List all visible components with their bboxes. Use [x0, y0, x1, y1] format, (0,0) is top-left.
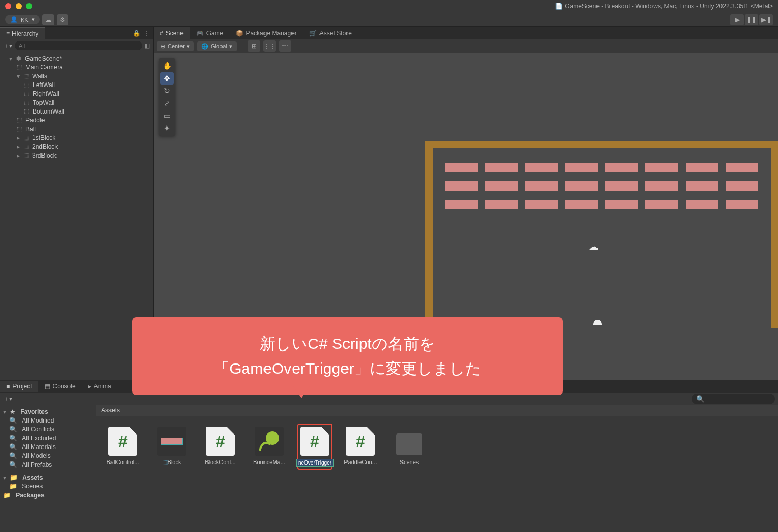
- hand-tool[interactable]: ✋: [160, 60, 174, 72]
- asset-item[interactable]: #BlockCont...: [203, 427, 238, 467]
- asset-item[interactable]: #PaddleCon...: [343, 427, 378, 467]
- hierarchy-tab-row: ≡ Hierarchy 🔒 ⋮: [0, 27, 153, 39]
- step-button[interactable]: ▶❚: [759, 14, 773, 25]
- cube-icon: ⬚: [17, 64, 24, 71]
- settings-button[interactable]: ⚙: [57, 14, 68, 25]
- transform-tool[interactable]: ✦: [160, 122, 174, 134]
- snap-increment-button[interactable]: ⋮⋮: [263, 40, 276, 52]
- favorite-item[interactable]: 🔍 All Excluded: [0, 433, 96, 442]
- cart-icon: 🛒: [309, 30, 317, 37]
- project-tab[interactable]: ■Project: [0, 381, 38, 392]
- snap-rotation-button[interactable]: 〰: [279, 40, 291, 52]
- snap-grid-button[interactable]: ⊞: [248, 40, 260, 52]
- gameobject-node[interactable]: ⬚TopWall: [0, 98, 153, 107]
- maximize-window-button[interactable]: [26, 3, 32, 9]
- asset-item-selected[interactable]: #neOverTrigger: [297, 424, 332, 470]
- favorite-item[interactable]: 🔍 All Prefabs: [0, 460, 96, 469]
- game-tab[interactable]: 🎮Game: [190, 27, 230, 39]
- close-window-button[interactable]: [5, 3, 11, 9]
- gameobject-node[interactable]: ⬚RightWall: [0, 89, 153, 98]
- scene-tab-row: #Scene 🎮Game 📦Package Manager 🛒Asset Sto…: [154, 27, 778, 39]
- game-preview: ☁: [425, 141, 778, 328]
- cube-icon: ⬚: [23, 143, 31, 150]
- pause-button[interactable]: ❚❚: [745, 14, 758, 25]
- csharp-script-icon: #: [108, 427, 137, 456]
- gameobject-node[interactable]: ⬚BottomWall: [0, 107, 153, 116]
- scene-node[interactable]: ▾⬢GameScene*: [0, 54, 153, 63]
- gameobject-node[interactable]: ▸⬚2ndBlock: [0, 142, 153, 151]
- unity-icon: ⬢: [16, 55, 23, 62]
- asset-store-tab[interactable]: 🛒Asset Store: [303, 27, 358, 39]
- cube-icon: ⬚: [17, 117, 24, 123]
- folder-icon: 📁: [10, 474, 18, 481]
- asset-grid: #BallControl... ⬚Block #BlockCont... Bou…: [96, 416, 778, 477]
- animation-tab[interactable]: ▸Anima: [82, 381, 118, 392]
- gameobject-node[interactable]: ⬚Ball: [0, 124, 153, 133]
- gamepad-icon: 🎮: [196, 30, 204, 37]
- gameobject-node[interactable]: ▸⬚3rdBlock: [0, 151, 153, 160]
- account-name: KK: [21, 17, 29, 23]
- csharp-script-icon: #: [346, 427, 375, 456]
- rotate-tool[interactable]: ↻: [160, 85, 174, 97]
- asset-item[interactable]: ⬚Block: [154, 427, 189, 467]
- packages-folder[interactable]: 📁 Packages: [0, 491, 96, 499]
- lock-icon[interactable]: 🔒: [133, 30, 141, 37]
- account-bar: 👤 KK ▾ ☁ ⚙ ▶ ❚❚ ▶❚: [0, 12, 778, 27]
- cloud-button[interactable]: ☁: [42, 14, 54, 25]
- pivot-toggle[interactable]: ⊕Center▾: [157, 41, 194, 51]
- gameobject-node[interactable]: ▸⬚1stBlock: [0, 133, 153, 142]
- scale-tool[interactable]: ⤢: [160, 97, 174, 109]
- move-tool[interactable]: ✥: [160, 72, 174, 85]
- favorite-item[interactable]: 🔍 All Models: [0, 451, 96, 460]
- cube-icon: ⬚: [24, 108, 31, 115]
- asset-item[interactable]: Scenes: [392, 427, 427, 467]
- cube-icon: ⬚: [23, 134, 31, 141]
- project-breadcrumb[interactable]: Assets: [96, 405, 778, 416]
- cube-icon: ⬚: [23, 73, 31, 79]
- scene-toolbar: ⊕Center▾ 🌐Global▾ ⊞ ⋮⋮ 〰: [154, 39, 778, 53]
- gameobject-node[interactable]: ⬚Main Camera: [0, 63, 153, 72]
- favorite-item[interactable]: 🔍 All Conflicts: [0, 425, 96, 433]
- minimize-window-button[interactable]: [16, 3, 22, 9]
- panel-menu-icon[interactable]: ⋮: [144, 30, 150, 37]
- titlebar: 📄 GameScene - Breakout - Windows, Mac, L…: [0, 0, 778, 12]
- add-asset-button[interactable]: ＋▾: [3, 395, 12, 403]
- cube-icon: ⬚: [24, 99, 31, 106]
- rect-tool[interactable]: ▭: [160, 109, 174, 122]
- gameobject-node[interactable]: ⬚Paddle: [0, 116, 153, 124]
- annotation-line2: 「GameOverTrigger」に変更しました: [214, 356, 481, 381]
- space-toggle[interactable]: 🌐Global▾: [197, 41, 237, 51]
- search-filter-icon[interactable]: ◧: [144, 42, 150, 49]
- globe-icon: 🌐: [201, 43, 209, 50]
- asset-item[interactable]: BounceMa...: [252, 427, 287, 467]
- scenes-folder[interactable]: 📁 Scenes: [0, 482, 96, 491]
- rename-input[interactable]: neOverTrigger: [296, 459, 334, 467]
- hierarchy-tab-label: Hierarchy: [12, 30, 38, 37]
- prefab-cube-icon: ⬚: [162, 459, 168, 465]
- hierarchy-tree: ▾⬢GameScene* ⬚Main Camera ▾⬚Walls ⬚LeftW…: [0, 52, 153, 162]
- gameobject-node[interactable]: ▾⬚Walls: [0, 72, 153, 80]
- folder-icon: 📁: [3, 492, 11, 499]
- favorite-item[interactable]: 🔍 All Modified: [0, 416, 96, 425]
- gameobject-node[interactable]: ⬚LeftWall: [0, 80, 153, 89]
- play-button[interactable]: ▶: [730, 14, 744, 25]
- folder-icon: 📁: [9, 483, 17, 490]
- window-title-text: GameScene - Breakout - Windows, Mac, Lin…: [565, 3, 773, 10]
- csharp-script-icon: #: [300, 427, 329, 456]
- scene-tab[interactable]: #Scene: [154, 27, 190, 39]
- project-content: Assets #BallControl... ⬚Block #BlockCont…: [96, 405, 778, 532]
- project-search-input[interactable]: [692, 394, 775, 404]
- assets-folder[interactable]: ▾📁 Assets: [0, 473, 96, 482]
- console-tab[interactable]: ▤Console: [38, 381, 82, 392]
- hierarchy-tab[interactable]: ≡ Hierarchy: [0, 27, 45, 39]
- account-menu[interactable]: 👤 KK ▾: [5, 15, 40, 24]
- asset-item[interactable]: #BallControl...: [105, 427, 141, 467]
- package-manager-tab[interactable]: 📦Package Manager: [229, 27, 302, 39]
- add-button[interactable]: ＋▾: [3, 41, 12, 50]
- console-icon: ▤: [45, 383, 50, 390]
- tutorial-annotation: 新しいC# Scriptの名前を 「GameOverTrigger」に変更しまし…: [132, 317, 563, 395]
- hierarchy-search-input[interactable]: [15, 41, 142, 50]
- physics-material-icon: [255, 427, 284, 456]
- favorite-item[interactable]: 🔍 All Materials: [0, 442, 96, 451]
- favorites-header[interactable]: ▾★ Favorites: [0, 407, 96, 416]
